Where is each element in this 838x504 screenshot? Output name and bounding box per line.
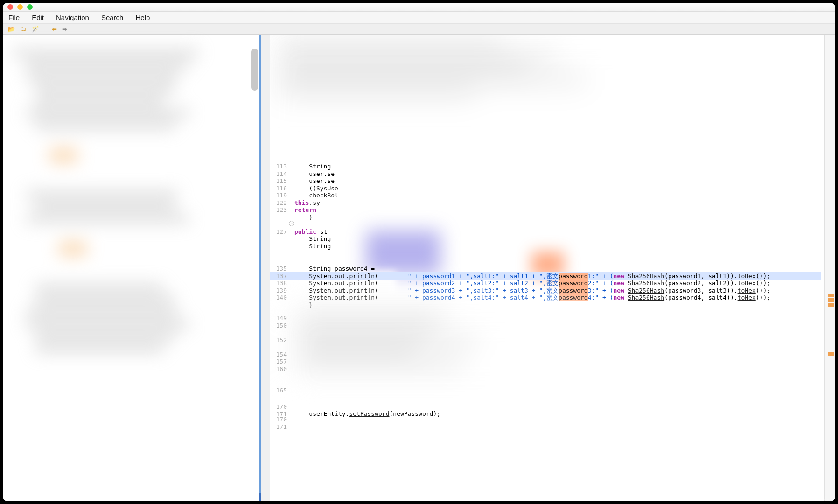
line-numbers: 113114115116119122123127 xyxy=(270,163,289,250)
wand-icon[interactable]: 🪄 xyxy=(31,26,39,32)
marker-icon[interactable] xyxy=(828,294,834,297)
menu-navigation[interactable]: Navigation xyxy=(56,14,89,21)
code-editor[interactable]: 113114115116119122123127 String user.se … xyxy=(270,35,835,501)
sidebar-scrollbar[interactable] xyxy=(251,49,258,91)
back-icon[interactable]: ⬅ xyxy=(52,26,57,32)
line-number-bottom: 170171 xyxy=(270,403,289,418)
code-clear: String password4 = System.out.println( "… xyxy=(294,265,821,308)
project-tree-blurred xyxy=(12,45,245,492)
menu-edit[interactable]: Edit xyxy=(32,14,44,21)
marker-icon[interactable] xyxy=(828,298,834,302)
zoom-icon[interactable] xyxy=(27,4,33,10)
line-numbers-clear: 135137138139140 xyxy=(270,265,289,308)
toolbar: 📂 🗂 🪄 ⬅ ➡ xyxy=(3,24,835,35)
marker-icon[interactable] xyxy=(828,352,834,356)
titlebar xyxy=(3,3,835,12)
fold-toggle-icon[interactable] xyxy=(289,221,294,226)
project-explorer[interactable] xyxy=(3,35,259,501)
minimize-icon[interactable] xyxy=(17,4,23,10)
menu-file[interactable]: File xyxy=(8,14,20,21)
overview-ruler[interactable] xyxy=(824,35,835,501)
workspace: 113114115116119122123127 String user.se … xyxy=(3,35,835,501)
blurred-code-lower xyxy=(289,308,587,401)
close-icon[interactable] xyxy=(7,4,13,10)
open-icon[interactable]: 📂 xyxy=(7,26,15,32)
blurred-code-top xyxy=(270,35,821,161)
menubar: File Edit Navigation Search Help xyxy=(3,12,835,24)
app-window: File Edit Navigation Search Help 📂 🗂 🪄 ⬅… xyxy=(3,3,835,501)
watermark: CSDN @10xdev xyxy=(791,495,832,501)
forward-icon[interactable]: ➡ xyxy=(62,26,67,32)
menu-search[interactable]: Search xyxy=(101,14,124,21)
marker-icon[interactable] xyxy=(828,303,834,307)
editor-ruler xyxy=(259,35,270,501)
code-bottom: userEntity.setPassword(newPassword); xyxy=(294,410,821,418)
project-icon[interactable]: 🗂 xyxy=(20,26,26,32)
menu-help[interactable]: Help xyxy=(135,14,150,21)
